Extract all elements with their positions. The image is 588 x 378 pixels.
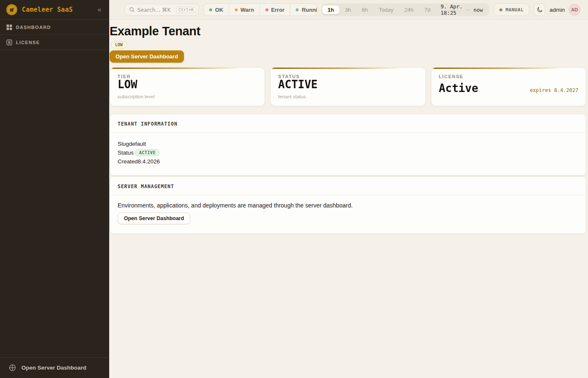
license-icon	[6, 39, 12, 45]
stat-card-value: Active	[439, 83, 478, 94]
time-range-3h[interactable]: 3h	[339, 5, 356, 14]
stat-card-label: TIER	[118, 74, 257, 79]
time-range-display[interactable]: 9. Apr. 18:25 – now	[436, 3, 488, 16]
sidebar-item-license[interactable]: LICENSE	[0, 35, 109, 50]
search-box[interactable]: Ctrl+K	[124, 4, 199, 16]
status-card: STATUS ACTIVE tenant status	[270, 67, 425, 106]
section-title: SERVER MANAGEMENT	[118, 184, 174, 189]
stat-card-subtext: subscription level	[118, 94, 257, 99]
brand-name: Cameleer SaaS	[22, 6, 92, 13]
camel-logo-icon	[6, 4, 18, 16]
license-card: LICENSE Active expires 8.4.2027	[431, 67, 586, 106]
time-end-value: now	[473, 7, 483, 13]
user-menu[interactable]: admin AD	[549, 4, 580, 16]
ok-status-dot	[209, 8, 212, 11]
info-row-slug: Slugdefault	[118, 139, 578, 148]
info-row-status: Status ACTIVE	[118, 148, 578, 157]
stat-card-value: ACTIVE	[278, 79, 417, 90]
manual-mode-dot	[499, 8, 502, 11]
sidebar-footer-label: Open Server Dashboard	[21, 365, 87, 371]
filter-running[interactable]: Running	[290, 4, 317, 16]
filter-error[interactable]: Error	[260, 4, 291, 16]
time-range-picker: 1h 3h 6h Today 24h 7d 9. Apr. 18:25 – no…	[321, 3, 489, 16]
sidebar-item-dashboard[interactable]: DASHBOARD	[0, 20, 109, 35]
search-icon	[129, 7, 135, 13]
section-title: TENANT INFORMATION	[118, 121, 178, 127]
time-range-24h[interactable]: 24h	[399, 5, 419, 14]
status-filter-group: OK Warn Error Running	[203, 3, 317, 16]
section-header: TENANT INFORMATION	[110, 114, 586, 133]
stat-card-subtext: tenant status	[278, 94, 417, 99]
user-name: admin	[549, 7, 565, 13]
sidebar-brand-row: Cameleer SaaS «	[0, 0, 109, 20]
avatar: AD	[569, 4, 580, 16]
error-status-dot	[265, 8, 268, 11]
sidebar-spacer	[0, 50, 109, 357]
running-status-dot	[296, 8, 299, 11]
license-expires-text: expires 8.4.2027	[530, 87, 578, 93]
sidebar-open-server-dashboard-link[interactable]: Open Server Dashboard	[0, 357, 109, 378]
time-start-value: 9. Apr. 18:25	[441, 3, 463, 16]
manual-mode-toggle[interactable]: MANUAL	[494, 3, 530, 16]
sidebar-item-label: DASHBOARD	[16, 25, 51, 30]
open-server-dashboard-secondary-button[interactable]: Open Server Dashboard	[118, 213, 190, 224]
globe-icon	[9, 364, 16, 371]
info-row-created: Created8.4.2026	[118, 157, 578, 166]
warn-status-dot	[235, 8, 238, 11]
time-range-today[interactable]: Today	[373, 5, 399, 14]
sidebar-collapse-button[interactable]: «	[96, 5, 103, 14]
tier-badge: LOW	[111, 41, 127, 48]
grid-icon	[6, 24, 12, 30]
time-range-separator: –	[467, 7, 470, 13]
filter-ok[interactable]: OK	[204, 4, 229, 16]
stat-cards-row: TIER LOW subscription level STATUS ACTIV…	[110, 67, 586, 106]
search-shortcut-kbd: Ctrl+K	[176, 7, 196, 13]
section-header: SERVER MANAGEMENT	[110, 177, 586, 195]
tenant-information-section: TENANT INFORMATION Slugdefault Status AC…	[110, 114, 586, 176]
server-management-description: Environments, applications, and deployme…	[118, 202, 578, 209]
server-management-section: SERVER MANAGEMENT Environments, applicat…	[110, 176, 586, 234]
stat-card-value: LOW	[118, 79, 257, 90]
filter-warn[interactable]: Warn	[229, 4, 260, 16]
time-range-7d[interactable]: 7d	[419, 5, 436, 14]
time-range-6h[interactable]: 6h	[357, 5, 373, 14]
open-server-dashboard-primary-button[interactable]: Open Server Dashboard	[110, 50, 184, 63]
sidebar: Cameleer SaaS « DASHBOARD LICENSE	[0, 0, 109, 378]
top-toolbar: Ctrl+K OK Warn Error Running 1h 3h 6	[109, 0, 588, 20]
tier-card: TIER LOW subscription level	[110, 67, 265, 106]
moon-icon	[536, 6, 543, 13]
active-status-badge: ACTIVE	[135, 149, 160, 156]
theme-toggle-button[interactable]	[534, 3, 545, 16]
page-title: Example Tenant	[110, 24, 586, 38]
time-range-1h[interactable]: 1h	[322, 5, 339, 14]
search-input[interactable]	[137, 7, 173, 13]
stat-card-label: LICENSE	[439, 74, 578, 79]
sidebar-item-label: LICENSE	[16, 40, 40, 45]
